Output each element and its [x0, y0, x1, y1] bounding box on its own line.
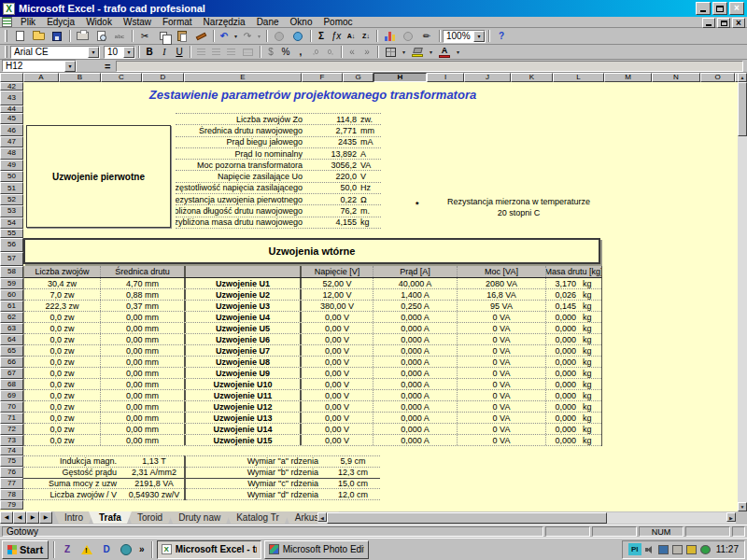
scroll-down-icon[interactable]: ▼	[738, 502, 747, 511]
scheduler-tray-icon[interactable]	[700, 545, 711, 554]
cell-voltage[interactable]: 0,00 V	[302, 312, 374, 322]
redo-dropdown-icon[interactable]: ▾	[255, 29, 263, 44]
cell-diameter[interactable]: 0,00 mm	[101, 323, 184, 333]
cell-mass[interactable]: 0,000 kg	[546, 312, 601, 322]
cell-turns[interactable]: 0,0 zw	[24, 357, 101, 367]
column-header[interactable]: L	[553, 73, 604, 82]
cell-power[interactable]: 0 VA	[458, 424, 546, 434]
row-header[interactable]: 74	[0, 446, 23, 455]
cell-diameter[interactable]: 0,00 mm	[101, 413, 184, 423]
cell-turns[interactable]: 7,0 zw	[24, 289, 101, 300]
dimension-label[interactable]: Wymiar "a" rdzenia	[186, 456, 326, 466]
dimension-value[interactable]: 15,0 cm	[326, 479, 380, 488]
cell-power[interactable]: 0 VA	[458, 379, 546, 389]
cell-turns[interactable]: 0,0 zw	[24, 334, 101, 344]
underline-icon[interactable]: U	[172, 45, 187, 60]
cell-current[interactable]: 0,000 A	[374, 345, 458, 356]
cell-voltage[interactable]: 0,00 V	[302, 424, 374, 434]
header-power[interactable]: Moc [VA]	[458, 266, 546, 277]
dimension-label[interactable]: Wymiar "b" rdzenia	[186, 468, 326, 477]
printer-tray-icon[interactable]	[672, 545, 683, 554]
paste-function-icon[interactable]: ƒx	[329, 29, 344, 44]
column-header[interactable]: E	[184, 73, 302, 82]
print-preview-icon[interactable]	[92, 29, 110, 44]
column-header[interactable]: M	[604, 73, 652, 82]
cell-power[interactable]: 0 VA	[458, 334, 546, 344]
cell-mass[interactable]: 0,000 kg	[546, 334, 601, 344]
comma-style-icon[interactable]: ,	[293, 45, 308, 60]
sheet-tab[interactable]: Druty naw	[168, 511, 231, 524]
align-right-icon[interactable]	[223, 45, 238, 60]
cell-winding-name[interactable]: Uzwojenie U5	[184, 323, 302, 333]
row-header[interactable]: 76	[0, 467, 23, 478]
sheet-tab[interactable]: Trafa	[89, 511, 132, 524]
bold-icon[interactable]: B	[142, 45, 157, 60]
row-header[interactable]: 44	[0, 105, 23, 113]
vertical-scrollbar[interactable]: ▲ ▼	[738, 73, 747, 511]
menu-item[interactable]: Narzędzia	[198, 17, 251, 28]
cell-winding-name[interactable]: Uzwojenie U9	[184, 368, 302, 378]
cell-voltage[interactable]: 0,00 V	[302, 413, 374, 423]
next-sheet-icon[interactable]: ▶	[26, 511, 39, 524]
param-value[interactable]: 4,155	[306, 217, 357, 227]
cell-winding-name[interactable]: Uzwojenie U15	[184, 435, 302, 445]
cell-current[interactable]: 0,000 A	[374, 368, 458, 378]
toolbar-grip[interactable]	[5, 30, 7, 42]
quicklaunch-overflow-icon[interactable]: »	[137, 544, 147, 554]
sort-ascending-icon[interactable]: A↓	[344, 29, 359, 44]
column-header[interactable]: C	[101, 73, 142, 82]
row-header[interactable]: 75	[0, 455, 23, 467]
cell-voltage[interactable]: 52,00 V	[302, 278, 374, 288]
cell-winding-name[interactable]: Uzwojenie U11	[184, 390, 302, 400]
column-header[interactable]: F	[302, 73, 343, 82]
cell-turns[interactable]: 0,0 zw	[24, 424, 101, 434]
formula-input[interactable]	[116, 61, 743, 72]
column-header[interactable]: G	[343, 73, 374, 82]
cell-turns[interactable]: 0,0 zw	[24, 390, 101, 400]
cell-winding-name[interactable]: Uzwojenie U14	[184, 424, 302, 434]
param-unit[interactable]: m.	[357, 206, 381, 216]
cell-power[interactable]: 0 VA	[458, 323, 546, 333]
cell-turns[interactable]: 30,4 zw	[24, 278, 101, 288]
cell-mass[interactable]: 0,000 kg	[546, 413, 601, 423]
sheet-tab[interactable]: Intro	[54, 511, 93, 524]
increase-decimal-icon[interactable]: ,0	[308, 45, 323, 60]
quicklaunch-z-app-icon[interactable]: Z	[59, 541, 76, 558]
horizontal-scroll-thumb[interactable]	[327, 512, 607, 524]
row-header[interactable]: 62	[0, 312, 23, 323]
cell-winding-name[interactable]: Uzwojenie U4	[184, 312, 302, 322]
param-unit[interactable]: mm	[357, 126, 381, 135]
font-color-dropdown-icon[interactable]: ▾	[454, 45, 462, 60]
row-header[interactable]: 51	[0, 182, 23, 193]
cell-power[interactable]: 16,8 VA	[458, 289, 546, 300]
save-icon[interactable]	[48, 29, 66, 44]
cell-winding-name[interactable]: Uzwojenie U6	[184, 334, 302, 344]
param-unit[interactable]: Hz	[357, 183, 381, 192]
param-value[interactable]: 2191,8 VA	[124, 479, 184, 488]
cell-current[interactable]: 0,000 A	[374, 390, 458, 400]
vertical-scroll-thumb[interactable]	[738, 82, 747, 136]
increase-indent-icon[interactable]: »	[359, 45, 374, 60]
row-header[interactable]: 65	[0, 345, 23, 357]
cell-winding-name[interactable]: Uzwojenie U8	[184, 357, 302, 367]
row-header[interactable]: 63	[0, 323, 23, 334]
cell-diameter[interactable]: 0,37 mm	[101, 301, 184, 311]
cell-voltage[interactable]: 0,00 V	[302, 323, 374, 333]
cell-voltage[interactable]: 0,00 V	[302, 401, 374, 412]
menu-item[interactable]: Edycja	[41, 17, 80, 28]
row-header[interactable]: 47	[0, 136, 23, 147]
cell-current[interactable]: 0,000 A	[374, 312, 458, 322]
row-header[interactable]: 70	[0, 401, 23, 413]
param-unit[interactable]: Ω	[357, 195, 381, 204]
row-header[interactable]: 58	[0, 266, 23, 278]
cell-diameter[interactable]: 0,00 mm	[101, 334, 184, 344]
cell-turns[interactable]: 0,0 zw	[24, 323, 101, 333]
param-label[interactable]: Indukcja magn.	[23, 456, 124, 466]
cell-winding-name[interactable]: Uzwojenie U13	[184, 413, 302, 423]
display-tray-icon[interactable]	[658, 545, 669, 554]
quicklaunch-alert-icon[interactable]	[78, 541, 95, 558]
row-header[interactable]: 45	[0, 113, 23, 124]
dimension-value[interactable]: 12,0 cm	[326, 490, 380, 499]
cell-current[interactable]: 0,000 A	[374, 379, 458, 389]
cell-power[interactable]: 0 VA	[458, 312, 546, 322]
